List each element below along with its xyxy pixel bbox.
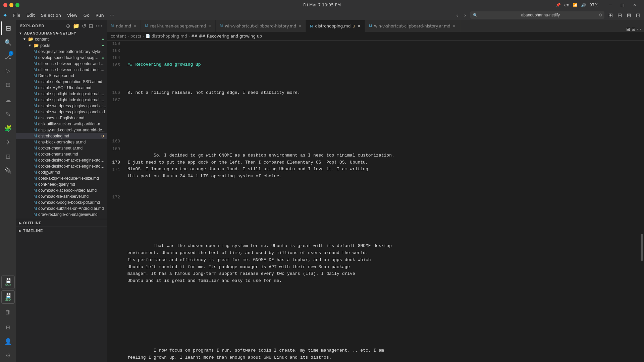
list-item[interactable]: M does-a-zip-file-reduce-file-size.md [16, 175, 107, 181]
nav-back-btn[interactable]: ‹ [455, 12, 460, 19]
activity-remote-btn[interactable]: ⊞ [1, 320, 15, 334]
list-item[interactable]: M disable-defragmentation-SSD.ar.md [16, 79, 107, 85]
activity-custom2-btn[interactable]: ✎ [1, 107, 15, 121]
activity-custom6-btn[interactable]: 🔌 [1, 164, 15, 177]
activity-extensions-btn[interactable]: ⊞ [1, 78, 15, 91]
minimize-window-btn[interactable]: ─ [604, 0, 616, 10]
tab-nda[interactable]: M nda.md ✕ [107, 20, 141, 32]
list-item-active[interactable]: M distrohopping.md U [16, 133, 107, 139]
list-item[interactable]: M disable-wordpress-plugins-cpanel.md [16, 109, 107, 115]
pin-icon[interactable]: 📌 [556, 3, 561, 7]
list-item[interactable]: M disable-wordpress-plugins-cpanel.ar... [16, 103, 107, 109]
lang-indicator[interactable]: en [564, 3, 569, 7]
activity-run-btn[interactable]: ▷ [1, 64, 15, 77]
list-item[interactable]: M difference-between-r-n-t-and-f-in-c-..… [16, 67, 107, 73]
more-actions-icon[interactable]: ⊡ [635, 12, 641, 18]
close-icon[interactable]: ✕ [298, 24, 302, 28]
list-item[interactable]: M download-Facebook-video.ar.md [16, 187, 107, 193]
menu-go[interactable]: Go [81, 12, 92, 18]
wifi-icon[interactable]: 📶 [573, 3, 578, 7]
list-item[interactable]: M download-Google-books-pdf.ar.md [16, 199, 107, 205]
nav-forward-btn[interactable]: › [463, 12, 468, 19]
list-item[interactable]: M download-subtitles-on-Android.ar.md [16, 205, 107, 212]
activity-trash-btn[interactable]: 🗑 [1, 305, 15, 318]
list-item[interactable]: M develop-speed-loading-webpages.ar.... … [16, 55, 107, 61]
activity-ssd1-btn[interactable]: 💾 SSD [1, 276, 15, 289]
list-item[interactable]: M dodgy.ar.md [16, 169, 107, 175]
list-item[interactable]: M DirectStorage.ar.md [16, 73, 107, 79]
outline-header[interactable]: ▶ OUTLINE [16, 219, 107, 227]
activity-settings-btn[interactable]: ⚙ [1, 349, 15, 362]
menu-more[interactable]: ··· [107, 12, 117, 18]
bc-content[interactable]: content [111, 34, 126, 39]
new-folder-icon[interactable]: 📁 [73, 23, 80, 29]
menu-file[interactable]: File [10, 12, 23, 18]
bc-section[interactable]: ## Recovering and growing up [199, 34, 262, 39]
tab-distrohopping-active[interactable]: M distrohopping.md U ✕ [306, 20, 365, 32]
activity-custom1-btn[interactable]: ☁ [1, 93, 15, 107]
restore-window-btn[interactable]: □ [616, 0, 629, 10]
activity-custom3-btn[interactable]: 🧩 [1, 121, 15, 135]
close-icon[interactable]: ✕ [208, 24, 211, 28]
list-item[interactable]: M diseases-in-English.ar.md [16, 115, 107, 121]
search-settings-icon[interactable]: ⚙ [599, 13, 603, 17]
more-icon[interactable]: ··· [96, 23, 103, 29]
list-item[interactable]: M disk-utility-stuck-on-wait-partition-a… [16, 121, 107, 127]
scrollbar-thumb[interactable] [641, 234, 643, 261]
activity-custom5-btn[interactable]: ⊡ [1, 149, 15, 163]
new-file-icon[interactable]: ⊕ [66, 23, 71, 29]
list-item[interactable]: M design-system-pattern-library-style-..… [16, 49, 107, 55]
minimize-btn[interactable] [9, 3, 13, 7]
list-item[interactable]: M difference-between-appcenter-and-... [16, 61, 107, 67]
close-icon[interactable]: ✕ [133, 24, 137, 28]
panel-toggle-icon[interactable]: ⊟ [616, 12, 623, 18]
tab-switch-icon[interactable]: ⊞ [626, 26, 630, 32]
menu-edit[interactable]: Edit [24, 12, 38, 18]
menu-selection[interactable]: Selection [38, 12, 64, 18]
tab-more-icon[interactable]: ··· [637, 26, 641, 32]
list-item[interactable]: M display-and-control-your-android-de... [16, 127, 107, 133]
timeline-header[interactable]: ▶ TIMELINE [16, 227, 107, 234]
menu-view[interactable]: View [64, 12, 80, 18]
bc-file[interactable]: distrohopping.md [152, 34, 187, 39]
root-folder[interactable]: ▼ ABANOUBHANNA-NETLIFY [16, 31, 107, 36]
activity-ssd2-btn[interactable]: 💾 SSD [1, 290, 15, 304]
activity-account-btn[interactable]: 👤 [1, 335, 15, 348]
tab-win-shortcut[interactable]: M win-v-shortcut-clipboard-history.md ✕ [216, 20, 306, 32]
posts-folder[interactable]: ▼ 📂 posts ● [16, 42, 107, 49]
list-item[interactable]: M docker-desktop-mac-os-engine-stop-... [16, 157, 107, 163]
volume-icon[interactable]: 🔊 [581, 3, 586, 7]
close-icon[interactable]: ✕ [452, 24, 456, 28]
split-editor-icon[interactable]: ⊠ [626, 12, 632, 18]
list-item[interactable]: M dont-need-jquery.md [16, 181, 107, 187]
close-icon[interactable]: ✕ [357, 24, 361, 28]
list-item[interactable]: M draw-rectangle-on-imageview.md [16, 212, 107, 218]
activity-search-btn[interactable]: 🔍 [1, 36, 15, 49]
list-item[interactable]: M disable-MySQL-Ubuntu.ar.md [16, 85, 107, 91]
editor[interactable]: 150 163 164 165 166 167 168 169 170 171 … [107, 41, 644, 362]
list-item[interactable]: M docker-cheatsheet.ar.md [16, 145, 107, 151]
activity-explorer-btn[interactable]: ⊟ [1, 21, 15, 35]
menu-run[interactable]: Run [93, 12, 107, 18]
tab-split-icon[interactable]: ⊟ [632, 26, 636, 32]
editor-code[interactable]: ## Recovering and growing up 8. not a ro… [123, 41, 640, 362]
activity-source-control-btn[interactable]: ⎇ 1 [1, 50, 15, 63]
tab-win-ar[interactable]: M win-v-shortcut-clipboard-history.ar.md… [365, 20, 460, 32]
layout-toggle-icon[interactable]: ⊞ [607, 12, 613, 18]
content-folder[interactable]: ▼ 📂 content ● [16, 36, 107, 42]
list-item[interactable]: M docker-desktop-mac-os-engine-stop-... [16, 163, 107, 169]
refresh-icon[interactable]: ↺ [82, 23, 87, 29]
list-item[interactable]: M download-file-ssh-server.md [16, 193, 107, 199]
tab-superpower[interactable]: M real-human-superpower.md ✕ [141, 20, 216, 32]
activity-custom4-btn[interactable]: ✈ [1, 135, 15, 149]
search-input[interactable] [470, 11, 604, 19]
maximize-btn[interactable] [15, 3, 19, 7]
close-btn[interactable] [3, 3, 7, 7]
collapse-icon[interactable]: ⊟ [89, 23, 93, 29]
list-item[interactable]: M docker-cheatsheet.md [16, 151, 107, 157]
bc-posts[interactable]: posts [130, 34, 141, 39]
list-item[interactable]: M dns-block-porn-sites.ar.md [16, 139, 107, 145]
list-item[interactable]: M disable-spotlight-indexing-external-..… [16, 97, 107, 103]
scrollbar[interactable] [640, 41, 644, 362]
list-item[interactable]: M disable-spotlight-indexing-external-..… [16, 91, 107, 97]
